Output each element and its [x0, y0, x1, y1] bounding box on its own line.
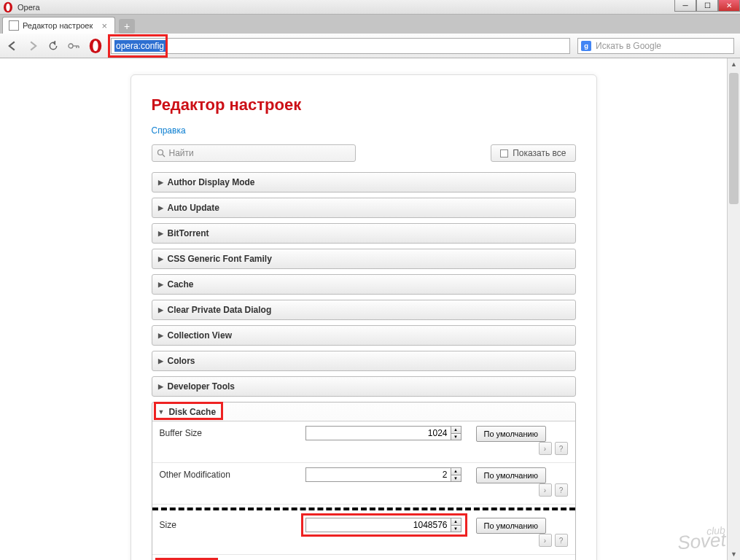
default-button[interactable]: По умолчанию: [476, 518, 546, 534]
help-button[interactable]: ?: [555, 442, 568, 455]
opera-app-icon: [2, 1, 14, 13]
section-label: CSS Generic Font Family: [168, 254, 272, 264]
config-page: Редактор настроек Справка Найти Показать…: [131, 74, 597, 560]
default-button[interactable]: По умолчанию: [476, 467, 546, 483]
setting-other-modification: Other Modification ▲▼ По умолчанию ›?: [152, 463, 575, 505]
section-disk-cache-header[interactable]: ▼ Disk Cache: [152, 402, 575, 421]
action-row: Сохранить Сброс: [152, 555, 575, 560]
spinner[interactable]: ▲▼: [451, 426, 461, 440]
browser-toolbar: opera:config g Искать в Google: [0, 34, 740, 58]
svg-point-7: [93, 40, 98, 51]
section-label: BitTorrent: [168, 228, 209, 238]
scroll-up-icon[interactable]: ▲: [728, 58, 740, 70]
checkbox-icon: [500, 149, 508, 158]
find-placeholder: Найти: [169, 148, 194, 158]
help-link[interactable]: Справка: [152, 125, 186, 136]
section-collection-view[interactable]: ▶Collection View: [152, 325, 576, 346]
other-modification-input[interactable]: [305, 467, 451, 482]
section-label: Clear Private Data Dialog: [168, 305, 272, 315]
tab-strip: Редактор настроек × +: [0, 15, 740, 34]
section-colors[interactable]: ▶Colors: [152, 351, 576, 371]
chevron-right-icon: ▶: [158, 281, 163, 288]
google-icon: g: [581, 41, 591, 51]
search-icon: [157, 149, 165, 158]
section-label: Collection View: [168, 330, 232, 341]
browser-tab[interactable]: Редактор настроек ×: [2, 17, 115, 34]
chevron-right-icon: ▶: [158, 306, 163, 314]
chevron-right-icon: ▶: [158, 332, 163, 339]
section-bittorrent[interactable]: ▶BitTorrent: [152, 223, 576, 244]
scroll-down-icon[interactable]: ▼: [728, 548, 740, 560]
size-input[interactable]: [305, 518, 451, 532]
search-box[interactable]: g Искать в Google: [577, 38, 734, 54]
minimize-button[interactable]: ─: [674, 0, 696, 12]
forward-button[interactable]: [26, 39, 39, 52]
svg-line-11: [163, 155, 165, 157]
page-icon: [9, 20, 19, 31]
setting-buffer-size: Buffer Size ▲▼ По умолчанию ›?: [152, 421, 575, 463]
app-title: Opera: [17, 3, 40, 12]
section-author-display-mode[interactable]: ▶Author Display Mode: [152, 172, 576, 192]
vertical-scrollbar[interactable]: ▲ ▼: [727, 58, 740, 560]
section-disk-cache: ▼ Disk Cache Buffer Size ▲▼ По умолчанию…: [152, 402, 576, 560]
chevron-right-icon: ▶: [158, 255, 163, 262]
svg-point-10: [157, 150, 163, 155]
annotation-separator: [152, 508, 575, 510]
buffer-size-input[interactable]: [305, 426, 451, 440]
scroll-thumb[interactable]: [729, 73, 739, 204]
helper-button[interactable]: ›: [539, 534, 552, 547]
svg-point-2: [69, 44, 73, 48]
find-input[interactable]: Найти: [152, 144, 356, 162]
svg-text:g: g: [584, 42, 588, 49]
disk-cache-body: Buffer Size ▲▼ По умолчанию ›? Other Mod…: [152, 421, 575, 560]
chevron-right-icon: ▶: [158, 204, 163, 211]
section-developer-tools[interactable]: ▶Developer Tools: [152, 376, 576, 397]
content-area: Редактор настроек Справка Найти Показать…: [0, 58, 727, 560]
chevron-right-icon: ▶: [158, 383, 163, 390]
section-cache[interactable]: ▶Cache: [152, 274, 576, 295]
section-css-font[interactable]: ▶CSS Generic Font Family: [152, 249, 576, 269]
setting-label: Buffer Size: [160, 426, 305, 438]
section-label: Colors: [168, 356, 195, 366]
show-all-label: Показать все: [513, 148, 566, 158]
svg-point-1: [6, 3, 9, 11]
section-label: Author Display Mode: [168, 177, 255, 187]
chevron-right-icon: ▶: [158, 179, 163, 186]
tab-close-icon[interactable]: ×: [100, 20, 109, 31]
section-label: Disk Cache: [168, 407, 216, 417]
tab-title: Редактор настроек: [23, 21, 93, 30]
help-button[interactable]: ?: [555, 534, 568, 547]
page-heading: Редактор настроек: [152, 96, 576, 114]
section-label: Cache: [168, 279, 194, 289]
maximize-button[interactable]: ☐: [696, 0, 718, 12]
key-icon[interactable]: [67, 39, 80, 52]
help-button[interactable]: ?: [555, 483, 568, 497]
section-auto-update[interactable]: ▶Auto Update: [152, 198, 576, 218]
helper-button[interactable]: ›: [539, 483, 552, 497]
default-button[interactable]: По умолчанию: [476, 426, 546, 442]
new-tab-button[interactable]: +: [119, 19, 135, 34]
opera-menu-icon[interactable]: [87, 38, 104, 54]
chevron-down-icon: ▼: [158, 408, 165, 416]
spinner[interactable]: ▲▼: [451, 467, 461, 482]
section-clear-private-data[interactable]: ▶Clear Private Data Dialog: [152, 300, 576, 320]
spinner[interactable]: ▲▼: [451, 518, 461, 532]
chevron-right-icon: ▶: [158, 357, 163, 365]
close-button[interactable]: ✕: [718, 0, 740, 12]
setting-label: Size: [160, 518, 305, 530]
reload-button[interactable]: [47, 39, 60, 52]
search-placeholder: Искать в Google: [596, 41, 661, 51]
chevron-right-icon: ▶: [158, 230, 163, 237]
address-bar[interactable]: opera:config: [111, 38, 570, 54]
window-titlebar: Opera ─ ☐ ✕: [0, 0, 740, 15]
setting-label: Other Modification: [160, 467, 305, 480]
show-all-button[interactable]: Показать все: [491, 144, 575, 162]
section-label: Auto Update: [168, 203, 219, 213]
back-button[interactable]: [6, 39, 19, 52]
setting-size: Size ▲▼ По умолчанию ›?: [152, 513, 575, 555]
url-text: opera:config: [114, 40, 165, 52]
helper-button[interactable]: ›: [539, 442, 552, 455]
section-label: Developer Tools: [168, 381, 235, 392]
